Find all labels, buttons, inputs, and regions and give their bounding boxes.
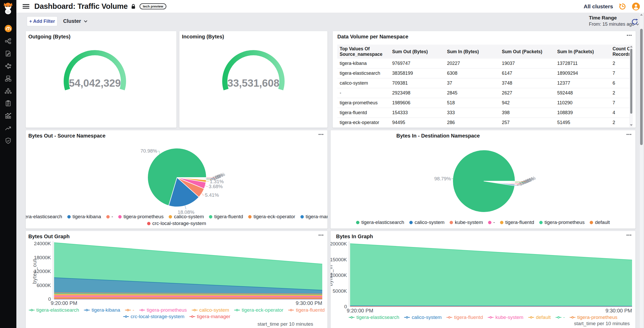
- time-range-value: From: 15 minutes ago: [589, 22, 634, 27]
- legend-item-tigera-fluentd[interactable]: tigera-fluentd: [209, 214, 243, 220]
- legend-label: tigera-kibana: [73, 214, 101, 220]
- page-title: Dashboard: Traffic Volume: [34, 2, 128, 11]
- table-column-header[interactable]: Count Of Records: [613, 45, 630, 59]
- flow-visualization-icon[interactable]: [0, 60, 16, 72]
- legend-item-calico-system[interactable]: calico-system: [404, 315, 442, 320]
- table-cell: 333: [447, 108, 502, 118]
- legend-item-tigera-manager[interactable]: tigera-manager: [189, 314, 231, 319]
- legend-item-tigera-prometheus[interactable]: tigera-prometheus: [539, 220, 584, 225]
- graph-legend: tigera-elasticsearchtigera-kibana-tigera…: [26, 307, 327, 319]
- table-cell: 709381: [392, 78, 447, 88]
- legend-item-tigera-elasticsearch[interactable]: tigera-elasticsearch: [26, 214, 62, 220]
- more-menu-icon[interactable]: [319, 235, 323, 236]
- security-shield-icon[interactable]: [0, 134, 16, 147]
- legend-item-tigera-elasticsearch[interactable]: tigera-elasticsearch: [29, 307, 79, 313]
- service-graph-icon[interactable]: [0, 35, 16, 47]
- pie-legend: tigera-elasticsearchtigera-kibana-tigera…: [26, 214, 327, 226]
- legend-item-crc-local-storage-system[interactable]: crc-local-storage-system: [147, 221, 206, 226]
- legend-item-tigera-prometheus[interactable]: tigera-prometheus: [569, 315, 617, 320]
- cluster-nodes-icon[interactable]: [0, 85, 16, 97]
- table-scrollbar-thumb[interactable]: [630, 49, 632, 114]
- chevron-down-icon: [84, 20, 88, 23]
- statistics-icon[interactable]: [0, 110, 16, 122]
- table-row: -2923498284526275924482: [337, 88, 630, 98]
- legend-line-marker: [288, 309, 294, 312]
- page-scrollbar-thumb[interactable]: [640, 29, 643, 145]
- cluster-filter-dropdown[interactable]: Cluster: [63, 18, 88, 24]
- trends-icon[interactable]: [0, 122, 16, 134]
- legend-item-tigera-elasticsearch[interactable]: tigera-elasticsearch: [356, 220, 404, 225]
- legend-item-tigera-kibana[interactable]: tigera-kibana: [84, 307, 120, 313]
- more-menu-icon[interactable]: [627, 134, 631, 135]
- legend-item--[interactable]: -: [125, 307, 134, 313]
- legend-item-calico-system[interactable]: calico-system: [409, 220, 444, 225]
- legend-item-calico-system[interactable]: calico-system: [169, 214, 204, 220]
- table-column-header[interactable]: Sum Out (Packets): [502, 45, 557, 59]
- scroll-up-icon[interactable]: [630, 46, 633, 47]
- legend-item--[interactable]: -: [106, 214, 113, 220]
- legend-item--[interactable]: -: [488, 220, 495, 225]
- history-icon[interactable]: [619, 3, 626, 10]
- policy-editor-icon[interactable]: [0, 47, 16, 60]
- legend-item-tigera-elasticsearch[interactable]: tigera-elasticsearch: [349, 315, 399, 320]
- legend-item-tigera-fluentd[interactable]: tigera-fluentd: [288, 307, 325, 313]
- legend-item-tigera-fluentd[interactable]: tigera-fluentd: [500, 220, 534, 225]
- scroll-down-icon[interactable]: [630, 124, 633, 126]
- page-scrollbar[interactable]: [639, 13, 643, 328]
- legend-item-tigera-kibana[interactable]: tigera-kibana: [67, 214, 101, 220]
- legend-item-tigera-prometheus[interactable]: tigera-prometheus: [118, 214, 163, 220]
- x-axis-tick-label: 9:20:00 PM: [347, 308, 373, 313]
- table-cell: 6308: [447, 69, 502, 78]
- legend-item-tigera-eck-operator[interactable]: tigera-eck-operator: [248, 214, 295, 220]
- legend-item--[interactable]: -: [555, 315, 565, 320]
- legend-label: crc-local-storage-system: [131, 314, 185, 319]
- legend-item-crc-local-storage-system[interactable]: crc-local-storage-system: [123, 314, 185, 319]
- legend-item-tigera-eck-operator[interactable]: tigera-eck-operator: [234, 307, 284, 313]
- table-scrollbar[interactable]: [629, 45, 633, 127]
- more-menu-icon[interactable]: [627, 35, 632, 36]
- pie-slice-tigera-elasticsearch[interactable]: [453, 150, 515, 212]
- dashboard-gauge-icon[interactable]: [0, 22, 16, 35]
- legend-item-kube-system[interactable]: kube-system: [450, 220, 483, 225]
- refresh-icon[interactable]: [631, 18, 638, 25]
- table-row: tigera-elasticsearch38358199630861471890…: [337, 69, 630, 78]
- table-column-header[interactable]: Top Values Of Source_namespace: [337, 45, 392, 59]
- table-column-header[interactable]: Sum In (Bytes): [447, 45, 502, 59]
- legend-label: tigera-prometheus: [123, 214, 163, 220]
- table-cell: 94495: [392, 118, 447, 127]
- cluster-scope-selector[interactable]: All clusters: [584, 3, 613, 10]
- hamburger-menu-icon[interactable]: [23, 3, 30, 10]
- table-column-header[interactable]: Sum In (Packets): [557, 45, 613, 59]
- legend-item-tigera-manager[interactable]: tigera-manager: [300, 214, 327, 220]
- table-cell: 2845: [447, 88, 502, 98]
- legend-line-marker: [446, 316, 452, 319]
- add-filter-button[interactable]: + Add Filter: [27, 16, 57, 26]
- legend-item-tigera-fluentd[interactable]: tigera-fluentd: [446, 315, 483, 320]
- scroll-up-icon[interactable]: [640, 14, 643, 16]
- calico-cat-logo[interactable]: [2, 2, 14, 16]
- legend-label: default: [536, 315, 551, 320]
- table-cell: 3748: [502, 78, 557, 88]
- gauge-value: 33,531,608: [227, 77, 279, 89]
- compliance-reports-icon[interactable]: [0, 97, 16, 110]
- more-menu-icon[interactable]: [319, 134, 323, 135]
- legend-line-marker: [234, 309, 240, 312]
- legend-item-kube-system[interactable]: kube-system: [488, 315, 523, 320]
- legend-line-marker: [555, 316, 562, 319]
- panel-title: Bytes In - Destination Namespace: [396, 133, 480, 139]
- table-column-header[interactable]: Sum Out (Bytes): [392, 45, 447, 59]
- legend-color-dot: [118, 215, 122, 218]
- more-menu-icon[interactable]: [627, 235, 631, 236]
- table-cell: 2: [613, 88, 630, 98]
- legend-label: calico-system: [415, 220, 444, 225]
- table-cell: tigera-prometheus: [337, 98, 392, 108]
- legend-item-default[interactable]: default: [528, 315, 551, 320]
- table-cell: 286: [447, 118, 502, 127]
- user-avatar-icon[interactable]: [632, 2, 640, 11]
- sidebar: [0, 0, 16, 328]
- legend-item-calico-system[interactable]: calico-system: [192, 307, 229, 313]
- network-topology-icon[interactable]: [0, 72, 16, 85]
- legend-item-default[interactable]: default: [590, 220, 610, 225]
- table-cell: 108839: [557, 108, 613, 118]
- legend-item-tigera-prometheus[interactable]: tigera-prometheus: [139, 307, 187, 313]
